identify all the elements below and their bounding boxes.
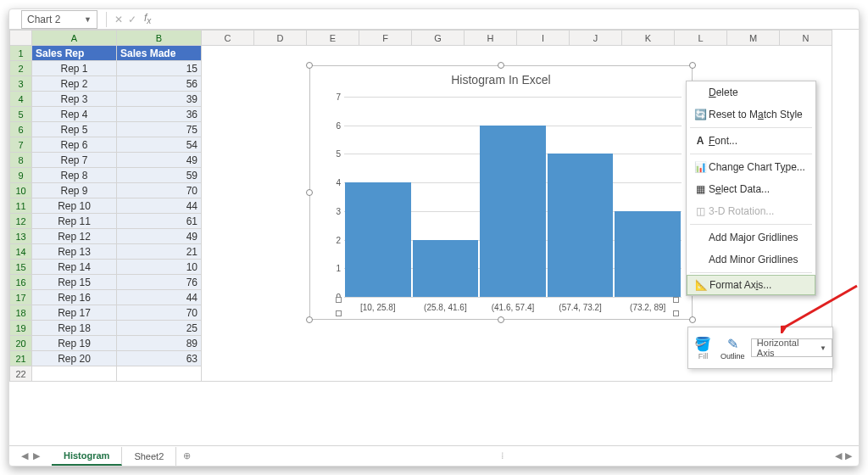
column-header-G[interactable]: G — [412, 31, 465, 46]
cell[interactable]: Rep 6 — [32, 137, 117, 153]
cell[interactable]: Rep 17 — [32, 305, 117, 321]
row-header[interactable]: 3 — [10, 76, 32, 92]
row-header[interactable]: 17 — [10, 290, 32, 305]
cell[interactable]: 44 — [117, 290, 202, 305]
menu-font[interactable]: AFont... — [687, 130, 815, 152]
column-header-N[interactable]: N — [780, 31, 832, 46]
add-sheet-button[interactable]: ⊕ — [176, 450, 197, 461]
cell[interactable]: 49 — [117, 229, 202, 244]
row-header[interactable]: 6 — [10, 122, 32, 137]
cell[interactable]: 75 — [117, 122, 202, 137]
prev-icon[interactable]: ◀ — [21, 450, 28, 461]
fill-button[interactable]: 🪣 Fill — [688, 329, 718, 366]
row-header[interactable]: 18 — [10, 305, 32, 321]
axis-handle[interactable] — [673, 297, 679, 303]
cell[interactable]: 25 — [117, 321, 202, 336]
histogram-bar[interactable] — [548, 154, 614, 297]
chart-plot-area[interactable]: 01234567[10, 25.8](25.8, 41.6](41.6, 57.… — [344, 97, 682, 297]
row-header[interactable]: 22 — [10, 366, 32, 382]
cell[interactable]: Rep 9 — [32, 183, 117, 198]
column-header-H[interactable]: H — [465, 31, 517, 46]
row-header[interactable]: 19 — [10, 321, 32, 336]
resize-handle[interactable] — [498, 316, 504, 323]
x-axis-selection[interactable] — [339, 299, 687, 316]
cell[interactable] — [32, 366, 117, 382]
cell[interactable]: 44 — [117, 198, 202, 214]
cell[interactable]: Rep 15 — [32, 275, 117, 290]
menu-change-chart-type[interactable]: 📊Change Chart Type... — [687, 156, 815, 178]
row-header[interactable]: 7 — [10, 137, 32, 153]
column-header-L[interactable]: L — [675, 31, 727, 46]
cell[interactable]: Rep 10 — [32, 198, 117, 214]
row-header[interactable]: 10 — [10, 183, 32, 198]
row-header[interactable]: 2 — [10, 61, 32, 76]
histogram-bar[interactable] — [480, 126, 546, 297]
cell[interactable]: Sales Made — [117, 46, 202, 61]
cell[interactable]: 70 — [117, 305, 202, 321]
cell[interactable]: 70 — [117, 183, 202, 198]
column-header-M[interactable]: M — [727, 31, 780, 46]
row-header[interactable]: 9 — [10, 168, 32, 183]
column-header-F[interactable]: F — [359, 31, 412, 46]
cell[interactable]: Rep 11 — [32, 214, 117, 229]
column-header-E[interactable]: E — [307, 31, 359, 46]
cell[interactable]: Rep 1 — [32, 61, 117, 76]
horizontal-scrollbar[interactable]: ⁞ — [197, 450, 808, 461]
scroll-buttons[interactable]: ◀▶ — [808, 450, 859, 461]
sheet-tab-active[interactable]: Histogram — [52, 447, 122, 466]
cell[interactable]: 21 — [117, 244, 202, 260]
chart-title[interactable]: Histogram In Excel — [310, 66, 692, 87]
cell[interactable]: 56 — [117, 76, 202, 92]
cell[interactable]: 63 — [117, 351, 202, 366]
cell[interactable]: 89 — [117, 336, 202, 351]
menu-select-data[interactable]: ▦Select Data... — [687, 178, 815, 200]
row-header[interactable]: 8 — [10, 153, 32, 168]
cell[interactable]: Rep 16 — [32, 290, 117, 305]
column-header-A[interactable]: A — [32, 31, 117, 46]
fx-icon[interactable]: fx — [144, 12, 151, 25]
column-header-D[interactable]: D — [254, 31, 307, 46]
cell[interactable] — [117, 366, 202, 382]
column-header-J[interactable]: J — [570, 31, 622, 46]
histogram-bar[interactable] — [345, 182, 411, 297]
tab-nav[interactable]: ◀▶ — [9, 450, 52, 461]
worksheet-grid[interactable]: A B C D E F G H I J K L M N 1 Sales Rep … — [9, 30, 859, 445]
next-icon[interactable]: ▶ — [33, 450, 40, 461]
resize-handle[interactable] — [306, 316, 313, 323]
cell[interactable]: Rep 3 — [32, 92, 117, 107]
cell[interactable]: 10 — [117, 260, 202, 275]
cell[interactable]: 59 — [117, 168, 202, 183]
cell[interactable]: 15 — [117, 61, 202, 76]
row-header[interactable]: 5 — [10, 107, 32, 122]
row-header[interactable]: 1 — [10, 46, 32, 61]
chart-element-selector[interactable]: Horizontal Axis ▼ — [751, 338, 832, 357]
column-header-C[interactable]: C — [202, 31, 254, 46]
cell[interactable]: Rep 12 — [32, 229, 117, 244]
menu-delete[interactable]: Delete — [687, 81, 815, 103]
name-box[interactable]: Chart 2 ▼ — [21, 10, 97, 29]
cell[interactable]: Rep 14 — [32, 260, 117, 275]
resize-handle[interactable] — [689, 316, 696, 323]
cell[interactable]: Rep 13 — [32, 244, 117, 260]
cell[interactable]: Rep 18 — [32, 321, 117, 336]
cell[interactable]: Rep 20 — [32, 351, 117, 366]
row-header[interactable]: 14 — [10, 244, 32, 260]
histogram-bar[interactable] — [615, 211, 681, 297]
axis-handle[interactable] — [673, 310, 679, 316]
resize-handle[interactable] — [689, 62, 696, 69]
menu-reset-style[interactable]: 🔄Reset to Match Style — [687, 103, 815, 126]
row-header[interactable]: 4 — [10, 92, 32, 107]
outline-button[interactable]: ✎ Outline — [718, 329, 748, 366]
column-header-K[interactable]: K — [622, 31, 675, 46]
cell[interactable]: Rep 4 — [32, 107, 117, 122]
resize-handle[interactable] — [306, 62, 313, 69]
row-header[interactable]: 20 — [10, 336, 32, 351]
select-all-corner[interactable] — [10, 31, 32, 46]
row-header[interactable]: 13 — [10, 229, 32, 244]
column-header-I[interactable]: I — [517, 31, 570, 46]
row-header[interactable]: 11 — [10, 198, 32, 214]
histogram-bar[interactable] — [413, 240, 479, 297]
axis-handle[interactable] — [336, 310, 342, 316]
cell[interactable]: Rep 5 — [32, 122, 117, 137]
row-header[interactable]: 16 — [10, 275, 32, 290]
